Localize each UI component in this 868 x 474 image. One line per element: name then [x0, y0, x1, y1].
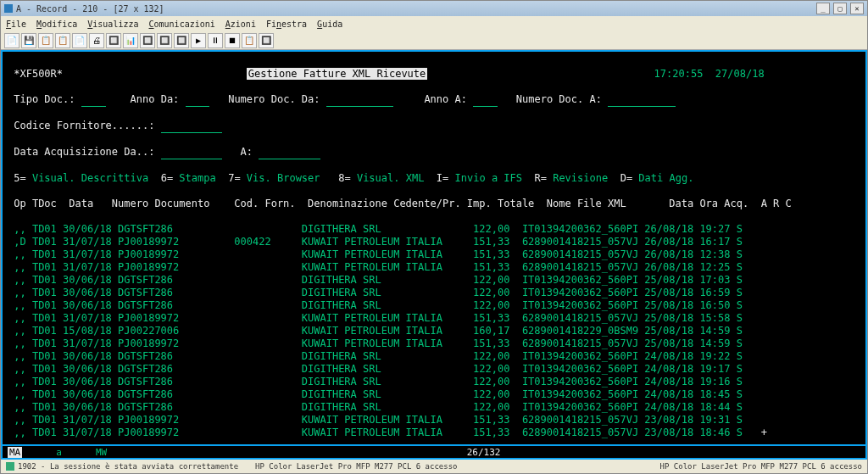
tipo-doc-label: Tipo Doc.:	[14, 93, 75, 105]
toolbar-btn-14[interactable]: 📋	[242, 33, 257, 48]
numero-doc-da-input[interactable]	[326, 93, 393, 107]
more-indicator: +	[743, 427, 767, 438]
close-button[interactable]: ✕	[850, 3, 864, 14]
table-row[interactable]: ,, TD01 31/07/18 PJ00189972 KUWAIT PETRO…	[8, 414, 860, 427]
table-row[interactable]: ,, TD01 15/08/18 PJ00227006 KUWAIT PETRO…	[8, 325, 860, 337]
app-icon	[4, 4, 13, 13]
connection-icon	[6, 462, 14, 471]
cmd-7-label: Vis. Browser	[247, 172, 320, 184]
op-input[interactable]: ,,	[8, 414, 32, 426]
menu-guida[interactable]: Guida	[317, 20, 342, 29]
status-a: a	[56, 447, 62, 458]
table-row[interactable]: ,, TD01 30/06/18 DGTSFT286 DIGITHERA SRL…	[8, 376, 860, 388]
table-row[interactable]: ,, TD01 31/07/18 PJ00189972 KUWAIT PETRO…	[8, 261, 860, 274]
menubar: File Modifica Visualizza Comunicazioni A…	[1, 16, 867, 31]
toolbar-btn-4[interactable]: 📄	[72, 33, 87, 48]
toolbar-btn-1[interactable]: 💾	[21, 33, 36, 48]
op-input[interactable]: ,,	[8, 401, 32, 413]
op-input[interactable]: ,,	[8, 287, 32, 298]
table-row[interactable]: ,, TD01 31/07/18 PJ00189972 KUWAIT PETRO…	[8, 248, 860, 261]
toolbar-btn-6[interactable]: 🔲	[106, 33, 121, 48]
status-mw: MW	[96, 447, 107, 458]
op-input[interactable]: ,,	[8, 325, 32, 337]
table-row[interactable]: ,, TD01 31/07/18 PJ00189972 KUWAIT PETRO…	[8, 337, 860, 350]
row-data: TD01 30/06/18 DGTSFT286 DIGITHERA SRL 12…	[32, 388, 743, 400]
cmd-r-key: R=	[534, 172, 546, 184]
menu-modifica[interactable]: Modifica	[36, 20, 77, 29]
date: 27/08/18	[715, 68, 765, 80]
numero-doc-a-label: Numero Doc. A:	[516, 93, 602, 105]
op-input[interactable]: ,,	[8, 350, 32, 362]
op-input[interactable]: ,,	[8, 261, 32, 273]
table-row[interactable]: ,D TD01 31/07/18 PJ00189972 000422 KUWAI…	[8, 236, 860, 248]
table-row[interactable]: ,, TD01 30/06/18 DGTSFT286 DIGITHERA SRL…	[8, 350, 860, 363]
cmd-d-key: D=	[620, 172, 632, 184]
codice-fornitore-input[interactable]	[161, 120, 222, 133]
table-row[interactable]: ,, TD01 30/06/18 DGTSFT286 DIGITHERA SRL…	[8, 274, 860, 287]
toolbar-btn-3[interactable]: 📋	[55, 33, 70, 48]
table-row[interactable]: ,, TD01 31/07/18 PJ00189972 KUWAIT PETRO…	[8, 427, 860, 439]
toolbar-btn-2[interactable]: 📋	[38, 33, 53, 48]
table-row[interactable]: ,, TD01 30/06/18 DGTSFT286 DIGITHERA SRL…	[8, 299, 860, 312]
table-row[interactable]: ,, TD01 30/06/18 DGTSFT286 DIGITHERA SRL…	[8, 223, 860, 236]
data-acq-a-input[interactable]	[259, 146, 320, 159]
numero-doc-a-input[interactable]	[608, 93, 675, 107]
op-input[interactable]: ,,	[8, 388, 32, 400]
op-input[interactable]: ,,	[8, 427, 32, 438]
maximize-button[interactable]: ▢	[833, 3, 847, 14]
row-data: TD01 31/07/18 PJ00189972 000422 KUWAIT P…	[32, 236, 743, 248]
menu-file[interactable]: File	[6, 20, 26, 29]
menu-finestra[interactable]: Finestra	[266, 20, 307, 29]
data-acq-da-label: Data Acquisizione Da..:	[14, 146, 154, 158]
op-input[interactable]: ,,	[8, 312, 32, 324]
cursor-position: 26/132	[467, 447, 501, 458]
row-data: TD01 31/07/18 PJ00189972 KUWAIT PETROLEU…	[32, 248, 743, 260]
menu-azioni[interactable]: Azioni	[225, 20, 256, 29]
anno-da-label: Anno Da:	[131, 93, 180, 105]
table-row[interactable]: ,, TD01 31/07/18 PJ00189972 KUWAIT PETRO…	[8, 312, 860, 325]
toolbar-btn-12[interactable]: ⏸	[208, 33, 223, 48]
table-row[interactable]: ,, TD01 30/06/18 DGTSFT286 DIGITHERA SRL…	[8, 287, 860, 299]
data-acq-da-input[interactable]	[161, 146, 222, 159]
op-input[interactable]: ,,	[8, 376, 32, 388]
minimize-button[interactable]: _	[816, 3, 830, 14]
toolbar-btn-7[interactable]: 📊	[123, 33, 138, 48]
op-input[interactable]: ,,	[8, 299, 32, 311]
table-row[interactable]: ,, TD01 30/06/18 DGTSFT286 DIGITHERA SRL…	[8, 401, 860, 414]
table-row[interactable]: ,, TD01 30/06/18 DGTSFT286 DIGITHERA SRL…	[8, 388, 860, 401]
row-data: TD01 31/07/18 PJ00189972 KUWAIT PETROLEU…	[32, 427, 743, 438]
cmd-5-label: Visual. Descrittiva	[32, 172, 148, 184]
terminal-statusbar: MA a MW 26/132	[1, 446, 867, 460]
cmd-i-key: I=	[437, 172, 448, 184]
status-ma: MA	[8, 447, 22, 458]
anno-a-input[interactable]	[473, 93, 498, 107]
op-input[interactable]: ,,	[8, 223, 32, 235]
tipo-doc-input[interactable]	[81, 93, 106, 107]
row-data: TD01 30/06/18 DGTSFT286 DIGITHERA SRL 12…	[32, 287, 743, 298]
row-data: TD01 30/06/18 DGTSFT286 DIGITHERA SRL 12…	[32, 376, 743, 388]
op-input[interactable]: ,,	[8, 248, 32, 260]
toolbar-btn-9[interactable]: 🔲	[157, 33, 172, 48]
op-input[interactable]: ,,	[8, 363, 32, 375]
anno-a-label: Anno A:	[424, 93, 467, 105]
toolbar-btn-5[interactable]: 🖨	[89, 33, 104, 48]
row-data: TD01 30/06/18 DGTSFT286 DIGITHERA SRL 12…	[32, 274, 743, 286]
op-input[interactable]: ,,	[8, 337, 32, 349]
menu-visualizza[interactable]: Visualizza	[87, 20, 138, 29]
op-input[interactable]: ,D	[8, 236, 32, 248]
table-row[interactable]: ,, TD01 30/06/18 DGTSFT286 DIGITHERA SRL…	[8, 363, 860, 376]
op-input[interactable]: ,,	[8, 274, 32, 286]
row-data: TD01 31/07/18 PJ00189972 KUWAIT PETROLEU…	[32, 337, 743, 349]
program-id: *XF500R*	[14, 68, 63, 80]
toolbar-btn-0[interactable]: 📄	[4, 33, 19, 48]
terminal-screen[interactable]: *XF500R* Gestione Fatture XML Ricevute 1…	[1, 50, 867, 446]
anno-da-input[interactable]	[186, 93, 210, 107]
toolbar-btn-10[interactable]: 🔲	[174, 33, 189, 48]
menu-comunicazioni[interactable]: Comunicazioni	[149, 20, 215, 29]
toolbar-btn-8[interactable]: 🔲	[140, 33, 155, 48]
toolbar-btn-13[interactable]: ⏹	[225, 33, 240, 48]
column-headers: Op TDoc Data Numero Documento Cod. Forn.…	[14, 198, 792, 209]
toolbar-btn-15[interactable]: 🔲	[259, 33, 274, 48]
session-status: 1902 - La sessione è stata avviata corre…	[18, 462, 238, 471]
toolbar-btn-11[interactable]: ▶	[191, 33, 206, 48]
